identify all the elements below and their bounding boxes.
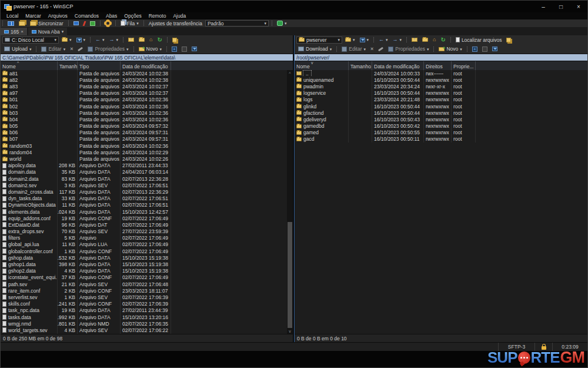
tab-close-icon[interactable]: × [21,29,24,34]
copy-path-button[interactable] [505,35,513,44]
table-row[interactable]: globalcontroller.conf1 KBArquivo CONF02/… [1,248,293,254]
root-directory-button[interactable] [137,35,146,44]
back-button[interactable]: ←▾ [377,35,390,44]
menu-item-abas[interactable]: Abas [102,13,121,19]
new-button[interactable]: Novo▾ [437,44,463,54]
table-row[interactable]: pwadmin23/03/2024 20:34:24rwxr-xr-xroot [295,83,587,89]
properties-button[interactable]: Propriedades▾ [86,44,130,54]
table-row[interactable]: tasks.data143.992 KBArquivo DATA15/10/20… [1,314,293,320]
menu-item-marcar[interactable]: Marcar [22,13,44,19]
table-row[interactable]: uniquenamed16/10/2023 00:50:44rwxrwxrwxr… [295,77,587,83]
table-row[interactable]: logservice16/10/2023 00:50:44rwxrwxrwxro… [295,90,587,97]
table-row[interactable]: b05Pasta de arquivos24/03/2024 09:57:32 [1,123,293,130]
filter-files-button[interactable] [490,44,499,54]
table-row[interactable]: rare_item.conf2 KBArquivo CONF23/03/2023… [1,287,293,294]
table-row[interactable]: iconstate_event_equi...37 KBArquivo CONF… [1,274,293,281]
table-row[interactable]: a83Pasta de arquivos24/03/2024 10:02:37 [1,83,293,89]
forward-button[interactable]: →▾ [391,35,404,44]
table-row[interactable]: b06Pasta de arquivos24/03/2024 09:57:31 [1,130,293,136]
preferences-button[interactable] [103,19,112,27]
table-row[interactable]: glinkd16/10/2023 00:50:44rwxrwxrwxroot [295,103,587,110]
column-header-tamanho[interactable]: Tamanho [349,61,372,70]
menu-item-opções[interactable]: Opções [121,13,145,19]
table-row[interactable]: gshop.data2.532 KBArquivo DATA15/10/2023… [1,254,293,261]
menu-item-comandos[interactable]: Comandos [71,13,102,19]
column-header-proprie-[interactable]: Proprie... [452,61,476,70]
edit-button[interactable]: Editar▾ [39,44,67,54]
table-row[interactable]: b07Pasta de arquivos24/03/2024 09:57:31 [1,136,293,142]
properties-button[interactable]: Propriedades▾ [386,44,430,54]
table-row[interactable]: random03Pasta de arquivos24/03/2024 10:0… [1,142,293,149]
home-directory-button[interactable]: ⌂ [148,35,154,44]
table-row[interactable]: domain2.sev3 KBArquivo SEV02/07/2022 17:… [1,182,293,188]
table-row[interactable]: a97Pasta de arquivos24/03/2024 10:02:37 [1,90,293,97]
open-directory-button[interactable]: ▾ [60,35,74,44]
queue-button[interactable]: Fila▾ [119,19,141,27]
table-row[interactable]: gamed16/10/2023 00:50:55rwxrwxrwxroot [295,130,587,136]
root-directory-button[interactable] [420,35,430,44]
add-to-queue-button[interactable]: + [470,44,479,54]
minimize-button[interactable]: – [534,1,552,12]
column-header-data-de-modifica-o[interactable]: Data de modificação [121,61,171,70]
close-button[interactable]: × [570,1,587,12]
table-row[interactable]: equip_addons.conf19 KBArquivo CONF02/07/… [1,215,293,221]
column-header-nome[interactable]: Nomev [295,61,349,70]
filter-files-button[interactable] [190,44,199,54]
upload-button[interactable]: Upload▾ [2,44,33,54]
scroll-track[interactable] [287,76,293,328]
menu-item-ajuda[interactable]: Ajuda [169,13,189,19]
column-header-direitos[interactable]: Direitos [424,61,452,70]
column-header-data-de-modifica-o[interactable]: Data de modificação [372,61,424,70]
transfer-preset-dropdown[interactable]: Padrão▾ [205,20,269,26]
select-button[interactable] [180,44,189,54]
commander-layout-button[interactable] [6,19,16,27]
add-to-queue-button[interactable]: + [170,44,179,54]
table-row[interactable]: wmgj.nmd18.801 KBArquivo NMD02/07/2022 1… [1,320,293,327]
table-row[interactable]: domain2_cross.data117 KBArquivo DATA02/0… [1,188,293,195]
refresh-button[interactable]: ↻ [156,35,164,44]
table-row[interactable]: logs23/03/2024 20:21:48rwxrwxrwxroot [295,97,587,103]
table-row[interactable]: a81Pasta de arquivos24/03/2024 10:02:38 [1,70,293,77]
download-button[interactable]: Download▾ [296,44,333,54]
table-row[interactable]: gamedbd16/10/2023 00:50:42rwxrwxrwxroot [295,123,587,130]
forward-button[interactable]: →▾ [108,35,121,44]
column-header-tipo[interactable]: Tipo [78,61,121,70]
local-path-bar[interactable]: C:\Games\PDablio\PW 165 OFICIAL Tradutor… [1,54,293,61]
delete-button[interactable]: × [369,44,375,54]
table-row[interactable]: path.sev21 KBArquivo SEV02/07/2022 17:06… [1,281,293,287]
rename-button[interactable] [76,44,85,54]
parent-directory-button[interactable] [410,35,419,44]
table-row[interactable]: b02Pasta de arquivos24/03/2024 10:02:36 [1,103,293,110]
scroll-thumb[interactable] [288,222,292,328]
find-files-button[interactable]: Localizar arquivos [454,35,504,44]
table-row[interactable]: ExtDataID.dat96 KBArquivo DAT02/07/2022 … [1,221,293,228]
table-row[interactable]: task_npc.data19 KBArquivo DATA27/02/2011… [1,307,293,314]
menu-item-remoto[interactable]: Remoto [145,13,170,19]
refresh-button[interactable]: ↻ [439,35,447,44]
menu-item-arquivos[interactable]: Arquivos [45,13,71,19]
table-row[interactable]: domain2.data83 KBArquivo DATA02/07/2013 … [1,175,293,182]
edit-button[interactable]: Editar▾ [340,44,368,54]
puttygen-button[interactable] [88,19,97,27]
table-row[interactable]: a82Pasta de arquivos24/03/2024 10:02:38 [1,77,293,83]
table-row[interactable]: gfactiond16/10/2023 00:50:44rwxrwxrwxroo… [295,110,587,116]
table-row[interactable]: extra_drops.sev70 KBArquivo SEV27/07/202… [1,228,293,235]
remote-path-bar[interactable]: /root/pwserver/ [295,54,587,61]
rename-button[interactable] [376,44,385,54]
table-row[interactable]: dyn_tasks.data33 KBArquivo DATA02/07/202… [1,195,293,202]
table-row[interactable]: skills.conf4.241 KBArquivo CONF02/07/202… [1,301,293,307]
drive-selector[interactable]: C: Disco Local ▾ [2,37,59,44]
table-row[interactable]: b01Pasta de arquivos24/03/2024 10:02:36 [1,97,293,103]
table-row[interactable]: gacd16/10/2023 00:50:11rwxrwxrwxroot [295,136,587,142]
table-row[interactable]: worldPasta de arquivos24/03/2024 10:02:2… [1,155,293,162]
menu-item-local[interactable]: Local [3,13,22,19]
synchronize-button[interactable]: Sincronizar [28,19,65,27]
copy-path-button[interactable] [171,35,179,44]
new-button[interactable]: Novo▾ [137,44,163,54]
transfer-options-button[interactable]: ▾ [275,19,289,27]
tab-new[interactable]: Nova Aba ▾ [28,28,67,35]
table-row[interactable]: global_api.lua11 KBArquivo LUA02/07/2022… [1,241,293,248]
home-directory-button[interactable]: ⌂ [431,35,437,44]
table-row[interactable]: elements.data86.024 KBArquivo DATA15/10/… [1,208,293,215]
select-button[interactable] [480,44,489,54]
